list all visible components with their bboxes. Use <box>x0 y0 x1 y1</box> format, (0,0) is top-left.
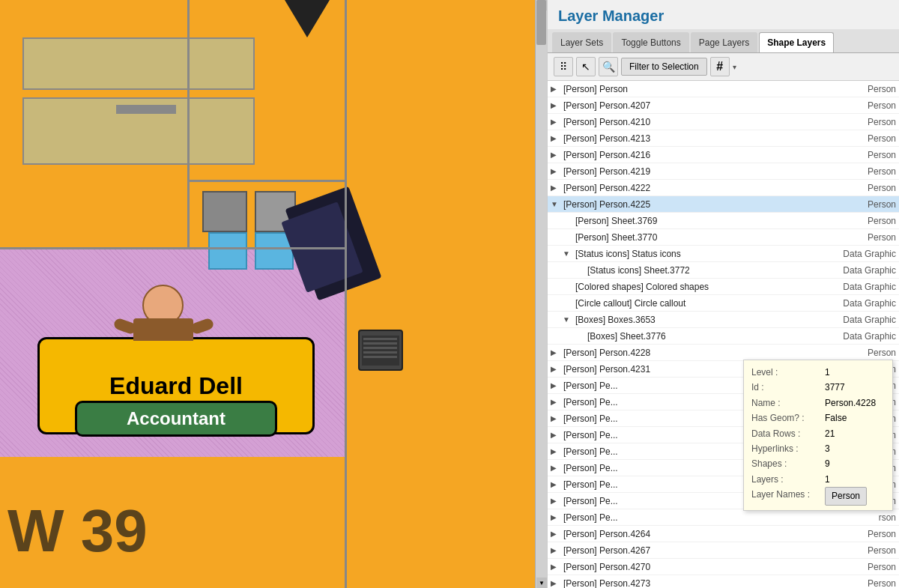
layer-name-label: [Person] Person.4219 <box>563 166 821 177</box>
layer-row[interactable]: ▶[Person] Person.4267Person <box>548 542 899 559</box>
expand-arrow-icon[interactable]: ▼ <box>551 200 561 208</box>
layer-row[interactable]: ▶[Person] Person.4210Person <box>548 114 899 130</box>
map-scrollbar[interactable]: ▲ ▼ <box>535 0 547 588</box>
layer-name-label: [Boxes] Sheet.3776 <box>587 331 821 342</box>
person-name: Eduard Dell <box>109 372 243 400</box>
layer-row[interactable]: ▶[Person] Pe...rson <box>548 493 899 509</box>
layer-row[interactable]: [Person] Sheet.3770Person <box>548 229 899 246</box>
expand-arrow-icon[interactable]: ▼ <box>563 249 573 258</box>
layer-type-label: Person <box>821 364 896 375</box>
scroll-down-arrow[interactable]: ▼ <box>536 578 547 588</box>
layer-type-label: Person <box>821 84 896 94</box>
layer-row[interactable]: ▶[Person] Pe...rson <box>548 443 899 460</box>
scroll-thumb[interactable] <box>536 0 546 45</box>
filter-to-selection-button[interactable]: Filter to Selection <box>621 58 707 76</box>
layer-name-label: [Person] Sheet.3770 <box>575 232 821 243</box>
layer-row[interactable]: ▶[Person] Person.4231Person <box>548 361 899 378</box>
layer-type-label: Person <box>821 578 896 589</box>
expand-arrow-icon[interactable]: ▶ <box>551 579 561 587</box>
layer-row[interactable]: ▶[Person] Person.4228Person <box>548 345 899 361</box>
expand-arrow-icon[interactable]: ▶ <box>551 497 561 505</box>
layer-row[interactable]: ▶[Person] Person.4222Person <box>548 180 899 196</box>
layer-row[interactable]: [Colored shapes] Colored shapesData Grap… <box>548 279 899 295</box>
expand-arrow-icon[interactable]: ▶ <box>551 447 561 455</box>
layer-name-label: [Status icons] Sheet.3772 <box>587 265 821 276</box>
expand-arrow-icon[interactable]: ▶ <box>551 546 561 554</box>
layer-type-label: rson <box>821 397 896 407</box>
layer-name-label: [Person] Person.4222 <box>563 183 821 193</box>
layer-row[interactable]: ▼[Boxes] Boxes.3653Data Graphic <box>548 312 899 328</box>
expand-arrow-icon[interactable]: ▶ <box>551 513 561 521</box>
expand-arrow-icon[interactable]: ▶ <box>551 85 561 93</box>
layer-type-label: rson <box>821 430 896 440</box>
expand-arrow-icon[interactable]: ▶ <box>551 184 561 192</box>
layer-name-label: [Person] Person.4231 <box>563 364 821 375</box>
layer-row[interactable]: ▶[Person] Person.4216Person <box>548 147 899 163</box>
layer-row[interactable]: ▶[Person] Pe...rson <box>548 460 899 476</box>
layer-name-label: [Person] Person.4216 <box>563 150 821 160</box>
arrow-select-icon[interactable]: ↖ <box>576 57 596 76</box>
layer-type-label: Person <box>821 133 896 144</box>
search-icon[interactable]: 🔍 <box>599 57 618 76</box>
layer-row[interactable]: [Boxes] Sheet.3776Data Graphic <box>548 328 899 345</box>
layer-row[interactable]: ▼[Status icons] Status iconsData Graphic <box>548 246 899 262</box>
layer-name-label: [Person] Person.4213 <box>563 133 821 144</box>
expand-arrow-icon[interactable]: ▶ <box>551 398 561 406</box>
expand-arrow-icon[interactable]: ▶ <box>551 365 561 373</box>
expand-arrow-icon[interactable]: ▶ <box>551 101 561 109</box>
hash-button[interactable]: # <box>710 57 730 76</box>
layer-name-label: [Person] Sheet.3769 <box>575 216 821 226</box>
layer-name-label: [Person] Person.4225 <box>563 199 821 210</box>
dot-grid-icon[interactable]: ⠿ <box>554 57 573 76</box>
expand-arrow-icon[interactable]: ▶ <box>551 134 561 142</box>
expand-arrow-icon[interactable]: ▶ <box>551 348 561 357</box>
layer-row[interactable]: ▶[Person] Pe...rson <box>548 476 899 493</box>
layer-manager-toolbar: ⠿ ↖ 🔍 Filter to Selection # ▾ <box>548 53 899 81</box>
layer-row[interactable]: ▶[Person] Pe...rson <box>548 378 899 394</box>
layer-type-label: Person <box>821 117 896 127</box>
layer-type-label: Person <box>821 216 896 226</box>
layer-name-label: [Status icons] Status icons <box>575 249 821 259</box>
layer-row[interactable]: ▶[Person] Person.4264Person <box>548 526 899 542</box>
layer-name-label: [Person] Person.4273 <box>563 578 821 589</box>
layer-row[interactable]: ▶[Person] Person.4207Person <box>548 97 899 114</box>
layer-type-label: rson <box>821 496 896 506</box>
layer-type-label: Person <box>821 562 896 572</box>
expand-arrow-icon[interactable]: ▶ <box>551 381 561 390</box>
expand-arrow-icon[interactable]: ▶ <box>551 151 561 159</box>
layer-type-label: rson <box>821 413 896 424</box>
expand-arrow-icon[interactable]: ▼ <box>563 315 573 324</box>
layer-type-label: rson <box>821 381 896 391</box>
layer-row[interactable]: ▶[Person] Pe...rson <box>548 394 899 410</box>
expand-arrow-icon[interactable]: ▶ <box>551 431 561 439</box>
expand-arrow-icon[interactable]: ▶ <box>551 464 561 472</box>
tab-layer-sets[interactable]: Layer Sets <box>552 32 611 52</box>
layer-row[interactable]: ▼[Person] Person.4225Person <box>548 196 899 213</box>
layer-row[interactable]: [Status icons] Sheet.3772Data Graphic <box>548 262 899 279</box>
expand-arrow-icon[interactable]: ▶ <box>551 563 561 571</box>
layer-type-label: Person <box>821 529 896 539</box>
tab-shape-layers[interactable]: Shape Layers <box>759 32 834 52</box>
layer-row[interactable]: [Person] Sheet.3769Person <box>548 213 899 229</box>
expand-arrow-icon[interactable]: ▶ <box>551 480 561 488</box>
expand-arrow-icon[interactable]: ▶ <box>551 414 561 422</box>
layer-row[interactable]: ▶[Person] Pe...rson <box>548 410 899 427</box>
layer-name-label: [Person] Pe... <box>563 496 821 506</box>
layer-row[interactable]: ▶[Person] Person.4270Person <box>548 559 899 575</box>
layer-type-label: Data Graphic <box>821 265 896 276</box>
expand-arrow-icon[interactable]: ▶ <box>551 167 561 175</box>
layer-row[interactable]: ▶[Person] Person.4219Person <box>548 163 899 180</box>
expand-arrow-icon[interactable]: ▶ <box>551 118 561 126</box>
layer-row[interactable]: ▶[Person] Pe...rson <box>548 509 899 526</box>
expand-arrow-icon[interactable]: ▶ <box>551 530 561 538</box>
layer-row[interactable]: ▶[Person] PersonPerson <box>548 81 899 97</box>
layer-name-label: [Person] Person.4270 <box>563 562 821 572</box>
tab-toggle-buttons[interactable]: Toggle Buttons <box>613 32 688 52</box>
layer-row[interactable]: ▶[Person] Person.4273Person <box>548 575 899 588</box>
layer-type-label: Person <box>821 348 896 358</box>
layer-row[interactable]: [Circle callout] Circle calloutData Grap… <box>548 295 899 312</box>
layer-row[interactable]: ▶[Person] Pe...rson <box>548 427 899 443</box>
layer-type-label: Data Graphic <box>821 315 896 325</box>
tab-page-layers[interactable]: Page Layers <box>691 32 757 52</box>
layer-row[interactable]: ▶[Person] Person.4213Person <box>548 130 899 147</box>
